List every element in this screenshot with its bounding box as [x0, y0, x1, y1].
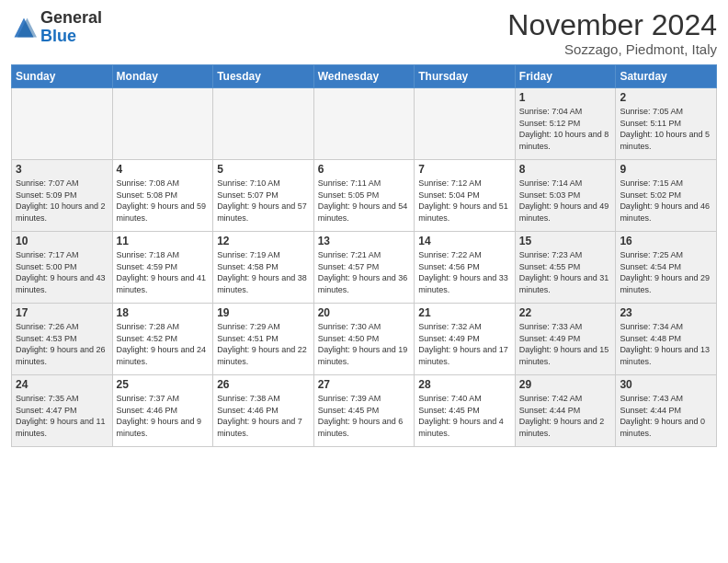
logo-blue: Blue: [40, 27, 76, 45]
day-number: 26: [217, 378, 310, 391]
day-info: Sunrise: 7:22 AM Sunset: 4:56 PM Dayligh…: [418, 249, 511, 295]
day-cell: 6Sunrise: 7:11 AM Sunset: 5:05 PM Daylig…: [313, 160, 415, 232]
day-cell: 20Sunrise: 7:30 AM Sunset: 4:50 PM Dayli…: [313, 304, 415, 375]
day-number: 29: [519, 378, 612, 391]
day-cell: 12Sunrise: 7:19 AM Sunset: 4:58 PM Dayli…: [213, 232, 314, 304]
day-number: 11: [117, 235, 210, 247]
weekday-header-saturday: Saturday: [616, 65, 717, 88]
day-number: 10: [16, 235, 108, 247]
day-info: Sunrise: 7:18 AM Sunset: 4:59 PM Dayligh…: [117, 249, 210, 295]
day-cell: 14Sunrise: 7:22 AM Sunset: 4:56 PM Dayli…: [415, 232, 516, 304]
day-number: 6: [318, 163, 411, 176]
day-cell: 29Sunrise: 7:42 AM Sunset: 4:44 PM Dayli…: [515, 375, 616, 447]
header: General Blue November 2024 Sozzago, Pied…: [11, 9, 717, 57]
day-cell: 28Sunrise: 7:40 AM Sunset: 4:45 PM Dayli…: [415, 375, 516, 447]
day-info: Sunrise: 7:19 AM Sunset: 4:58 PM Dayligh…: [217, 249, 310, 295]
day-info: Sunrise: 7:28 AM Sunset: 4:52 PM Dayligh…: [117, 321, 210, 367]
day-number: 16: [620, 235, 712, 247]
day-info: Sunrise: 7:42 AM Sunset: 4:44 PM Dayligh…: [519, 393, 612, 439]
day-info: Sunrise: 7:25 AM Sunset: 4:54 PM Dayligh…: [620, 249, 712, 295]
page-container: General Blue November 2024 Sozzago, Pied…: [0, 0, 728, 454]
day-number: 14: [418, 235, 511, 247]
day-number: 13: [318, 235, 411, 247]
day-number: 24: [16, 378, 108, 391]
day-cell: 19Sunrise: 7:29 AM Sunset: 4:51 PM Dayli…: [213, 304, 314, 375]
day-cell: 5Sunrise: 7:10 AM Sunset: 5:07 PM Daylig…: [213, 160, 314, 232]
day-cell: [12, 88, 113, 160]
weekday-header-friday: Friday: [515, 65, 616, 88]
day-info: Sunrise: 7:37 AM Sunset: 4:46 PM Dayligh…: [117, 393, 210, 439]
day-number: 18: [117, 306, 210, 319]
day-info: Sunrise: 7:33 AM Sunset: 4:49 PM Dayligh…: [519, 321, 612, 367]
day-number: 28: [418, 378, 511, 391]
day-number: 2: [620, 91, 712, 104]
day-cell: 17Sunrise: 7:26 AM Sunset: 4:53 PM Dayli…: [12, 304, 113, 375]
day-cell: 27Sunrise: 7:39 AM Sunset: 4:45 PM Dayli…: [313, 375, 415, 447]
day-cell: 3Sunrise: 7:07 AM Sunset: 5:09 PM Daylig…: [12, 160, 113, 232]
day-info: Sunrise: 7:43 AM Sunset: 4:44 PM Dayligh…: [620, 393, 712, 439]
day-info: Sunrise: 7:23 AM Sunset: 4:55 PM Dayligh…: [519, 249, 612, 295]
day-info: Sunrise: 7:26 AM Sunset: 4:53 PM Dayligh…: [16, 321, 108, 367]
weekday-header-thursday: Thursday: [415, 65, 516, 88]
day-cell: 30Sunrise: 7:43 AM Sunset: 4:44 PM Dayli…: [616, 375, 717, 447]
day-info: Sunrise: 7:39 AM Sunset: 4:45 PM Dayligh…: [318, 393, 411, 439]
day-number: 19: [217, 306, 310, 319]
location-subtitle: Sozzago, Piedmont, Italy: [507, 41, 717, 57]
day-info: Sunrise: 7:34 AM Sunset: 4:48 PM Dayligh…: [620, 321, 712, 367]
day-info: Sunrise: 7:30 AM Sunset: 4:50 PM Dayligh…: [318, 321, 411, 367]
day-info: Sunrise: 7:07 AM Sunset: 5:09 PM Dayligh…: [16, 178, 108, 224]
logo: General Blue: [11, 9, 102, 46]
day-info: Sunrise: 7:21 AM Sunset: 4:57 PM Dayligh…: [318, 249, 411, 295]
day-cell: 21Sunrise: 7:32 AM Sunset: 4:49 PM Dayli…: [415, 304, 516, 375]
week-row-1: 1Sunrise: 7:04 AM Sunset: 5:12 PM Daylig…: [12, 88, 717, 160]
day-number: 1: [519, 91, 612, 104]
weekday-header-tuesday: Tuesday: [213, 65, 314, 88]
day-cell: 1Sunrise: 7:04 AM Sunset: 5:12 PM Daylig…: [515, 88, 616, 160]
day-cell: 8Sunrise: 7:14 AM Sunset: 5:03 PM Daylig…: [515, 160, 616, 232]
day-info: Sunrise: 7:35 AM Sunset: 4:47 PM Dayligh…: [16, 393, 108, 439]
weekday-header-wednesday: Wednesday: [313, 65, 415, 88]
day-cell: 4Sunrise: 7:08 AM Sunset: 5:08 PM Daylig…: [112, 160, 213, 232]
day-cell: 23Sunrise: 7:34 AM Sunset: 4:48 PM Dayli…: [616, 304, 717, 375]
day-cell: 2Sunrise: 7:05 AM Sunset: 5:11 PM Daylig…: [616, 88, 717, 160]
day-cell: 26Sunrise: 7:38 AM Sunset: 4:46 PM Dayli…: [213, 375, 314, 447]
day-number: 23: [620, 306, 712, 319]
day-number: 17: [16, 306, 108, 319]
day-info: Sunrise: 7:32 AM Sunset: 4:49 PM Dayligh…: [418, 321, 511, 367]
day-info: Sunrise: 7:10 AM Sunset: 5:07 PM Dayligh…: [217, 178, 310, 224]
day-cell: [415, 88, 516, 160]
logo-general: General: [40, 8, 102, 27]
day-info: Sunrise: 7:38 AM Sunset: 4:46 PM Dayligh…: [217, 393, 310, 439]
day-info: Sunrise: 7:29 AM Sunset: 4:51 PM Dayligh…: [217, 321, 310, 367]
day-number: 21: [418, 306, 511, 319]
week-row-4: 17Sunrise: 7:26 AM Sunset: 4:53 PM Dayli…: [12, 304, 717, 375]
weekday-header-row: SundayMondayTuesdayWednesdayThursdayFrid…: [12, 65, 717, 88]
day-cell: 24Sunrise: 7:35 AM Sunset: 4:47 PM Dayli…: [12, 375, 113, 447]
day-number: 15: [519, 235, 612, 247]
day-info: Sunrise: 7:04 AM Sunset: 5:12 PM Dayligh…: [519, 106, 612, 152]
month-title: November 2024: [507, 9, 717, 41]
week-row-3: 10Sunrise: 7:17 AM Sunset: 5:00 PM Dayli…: [12, 232, 717, 304]
day-cell: 13Sunrise: 7:21 AM Sunset: 4:57 PM Dayli…: [313, 232, 415, 304]
day-number: 9: [620, 163, 712, 176]
day-cell: [313, 88, 415, 160]
day-cell: 25Sunrise: 7:37 AM Sunset: 4:46 PM Dayli…: [112, 375, 213, 447]
day-info: Sunrise: 7:08 AM Sunset: 5:08 PM Dayligh…: [117, 178, 210, 224]
day-cell: 18Sunrise: 7:28 AM Sunset: 4:52 PM Dayli…: [112, 304, 213, 375]
day-cell: 7Sunrise: 7:12 AM Sunset: 5:04 PM Daylig…: [415, 160, 516, 232]
day-number: 27: [318, 378, 411, 391]
day-number: 20: [318, 306, 411, 319]
week-row-5: 24Sunrise: 7:35 AM Sunset: 4:47 PM Dayli…: [12, 375, 717, 447]
day-number: 5: [217, 163, 310, 176]
day-number: 30: [620, 378, 712, 391]
day-number: 3: [16, 163, 108, 176]
day-cell: [213, 88, 314, 160]
weekday-header-monday: Monday: [112, 65, 213, 88]
day-info: Sunrise: 7:05 AM Sunset: 5:11 PM Dayligh…: [620, 106, 712, 152]
title-block: November 2024 Sozzago, Piedmont, Italy: [507, 9, 717, 57]
day-number: 22: [519, 306, 612, 319]
logo-icon: [11, 15, 37, 40]
day-cell: 11Sunrise: 7:18 AM Sunset: 4:59 PM Dayli…: [112, 232, 213, 304]
day-info: Sunrise: 7:12 AM Sunset: 5:04 PM Dayligh…: [418, 178, 511, 224]
day-number: 25: [117, 378, 210, 391]
